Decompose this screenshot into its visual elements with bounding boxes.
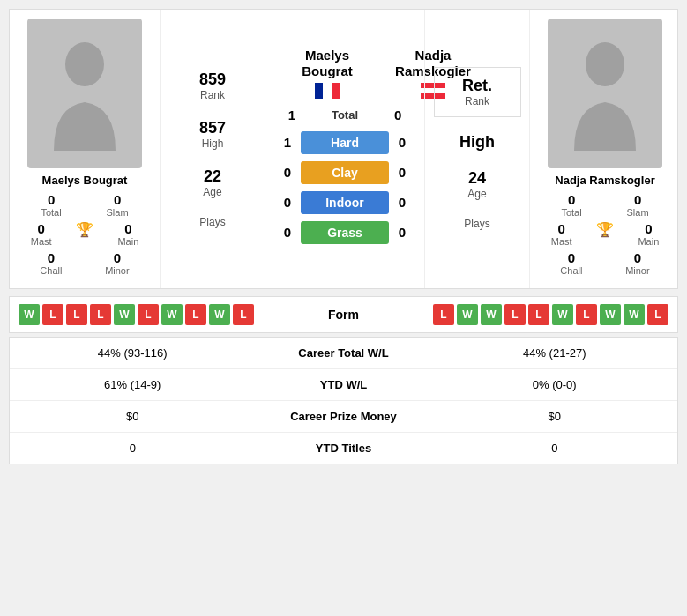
left-slam-value: 0 [114,192,121,207]
right-badge-8: W [624,304,645,325]
top-section: Maelys Bougrat 0 Total 0 Slam 0 Mast 🏆 [9,9,678,289]
left-badge-6: W [161,304,183,325]
right-main-label: Main [638,236,659,247]
right-badge-2: W [481,304,502,325]
rank-value: 859 [199,71,226,89]
right-mast-label: Mast [551,236,572,247]
right-total-label: Total [561,207,581,218]
ytd-titles-right: 0 [432,442,678,455]
left-minor-cell: 0 Minor [105,250,130,276]
clay-left-count: 0 [274,165,301,180]
right-mast-cell: 0 Mast [551,221,572,247]
right-high-value: High [459,133,495,152]
left-badge-9: L [233,304,254,325]
left-badge-1: L [42,304,63,325]
right-chall-label: Chall [560,265,582,276]
right-rank-value: Ret. [462,77,492,95]
career-total-right: 44% (21-27) [432,346,678,360]
right-age-label: Age [467,188,486,200]
left-total-label: Total [41,207,61,218]
left-main-label: Main [117,236,138,247]
left-mast-value: 0 [37,221,44,236]
right-rank-label: Rank [465,95,489,108]
right-mast-value: 0 [557,221,564,236]
right-total-count: 0 [385,108,411,122]
right-minor-value: 0 [634,250,641,265]
france-flag-icon [315,83,340,99]
left-total-count: 1 [279,108,305,122]
right-stat-row-1: 0 Total 0 Slam [539,192,671,218]
total-row: 1 Total 0 [279,108,411,122]
ytd-titles-label: YTD Titles [256,442,432,455]
left-badge-3: L [90,304,111,325]
svg-point-0 [65,42,104,86]
grass-row: 0 Grass 0 [274,221,415,244]
hard-button[interactable]: Hard [301,131,389,154]
indoor-button[interactable]: Indoor [301,191,389,214]
indoor-left-count: 0 [274,195,301,210]
right-badge-4: L [528,304,549,325]
hard-right-count: 0 [389,135,415,150]
left-total-cell: 0 Total [41,192,61,218]
right-plays-label: Plays [464,218,489,230]
left-stat-row-3: 0 Chall 0 Minor [19,250,151,276]
left-player-heading: MaelysBougrat [274,48,380,99]
clay-button[interactable]: Clay [301,161,389,184]
clay-row: 0 Clay 0 [274,161,415,184]
right-player-panel: Nadja Ramskogler 0 Total 0 Slam 0 Mast 🏆 [530,10,680,288]
high-block: 857 High [199,119,226,150]
rank-label: Rank [200,89,225,101]
left-form-badges: W L L L W L W L W L [19,304,254,325]
left-mast-cell: 0 Mast [31,221,52,247]
left-badge-7: L [185,304,206,325]
right-stat-row-2: 0 Mast 🏆 0 Main [539,221,671,247]
right-total-cell: 0 Total [561,192,581,218]
grass-left-count: 0 [274,225,301,240]
left-badge-2: L [66,304,87,325]
left-chall-value: 0 [48,250,55,265]
stats-table: 44% (93-116) Career Total W/L 44% (21-27… [9,337,678,464]
form-label: Form [328,308,359,322]
right-player-name: Nadja Ramskogler [555,174,654,187]
left-slam-label: Slam [107,207,129,218]
right-main-cell: 0 Main [638,221,659,247]
left-trophy-icon: 🏆 [76,221,93,238]
right-minor-cell: 0 Minor [625,250,650,276]
high-label: High [202,137,224,150]
left-stat-row-2: 0 Mast 🏆 0 Main [19,221,151,247]
plays-label: Plays [199,216,225,228]
left-flag [274,83,380,99]
right-trophy-cell: 🏆 [596,221,614,247]
left-middle-stats: 859 Rank 857 High 22 Age Plays [160,10,265,288]
left-badge-4: W [114,304,135,325]
right-badge-7: W [600,304,621,325]
left-stat-row-1: 0 Total 0 Slam [19,192,151,218]
right-slam-cell: 0 Slam [627,192,649,218]
right-badge-9: L [647,304,668,325]
age-block: 22 Age [203,167,221,198]
career-total-left: 44% (93-116) [10,346,256,360]
ytd-wl-row: 61% (14-9) YTD W/L 0% (0-0) [10,369,677,401]
career-total-label: Career Total W/L [256,346,432,360]
right-badge-5: W [552,304,573,325]
age-label: Age [203,186,221,198]
left-chall-cell: 0 Chall [40,250,62,276]
grass-right-count: 0 [389,225,415,240]
center-section: MaelysBougrat NadjaRamskogler [265,10,424,288]
left-badge-5: L [138,304,159,325]
right-total-value: 0 [568,192,575,207]
right-player-avatar [548,19,662,168]
grass-button[interactable]: Grass [301,221,389,244]
right-badge-0: L [433,304,454,325]
left-main-cell: 0 Main [117,221,138,247]
ytd-wl-label: YTD W/L [256,378,432,391]
left-player-name: Maelys Bougrat [42,174,128,187]
career-prize-row: $0 Career Prize Money $0 [10,401,677,433]
career-prize-left: $0 [10,410,256,423]
right-slam-value: 0 [634,192,641,207]
right-trophy-icon: 🏆 [596,221,614,238]
left-badge-0: W [19,304,40,325]
left-player-avatar [27,19,142,168]
age-value: 22 [204,167,221,186]
ytd-wl-left: 61% (14-9) [10,378,256,391]
